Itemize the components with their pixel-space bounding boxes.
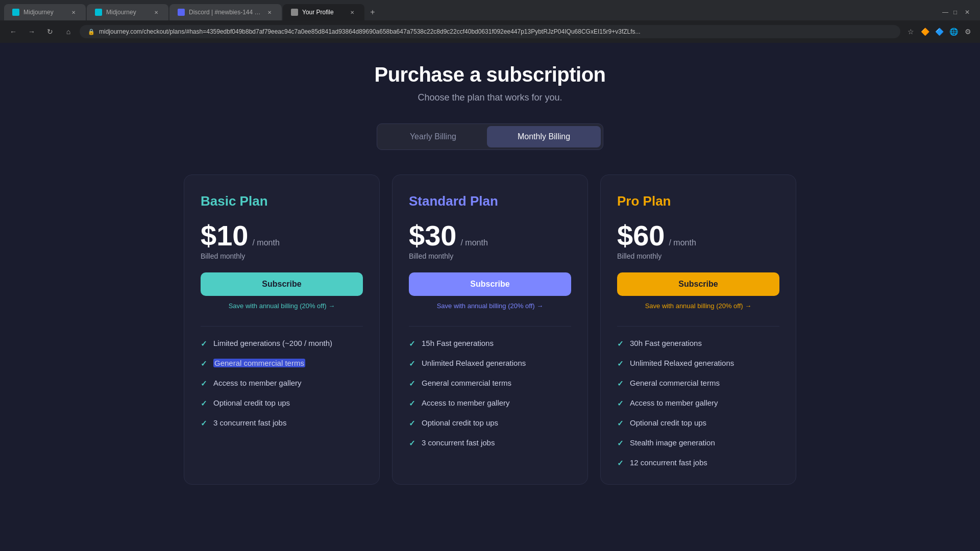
standard-feature-6: ✓ 3 concurrent fast jobs	[409, 438, 571, 448]
basic-feature-2: ✓ General commercial terms	[201, 359, 363, 368]
standard-feature-text-4: Access to member gallery	[422, 398, 510, 407]
basic-feature-5: ✓ 3 concurrent fast jobs	[201, 418, 363, 428]
check-icon-p3: ✓	[617, 379, 624, 388]
pro-feature-text-5: Optional credit top ups	[630, 418, 706, 427]
check-icon-3: ✓	[201, 379, 207, 388]
pro-feature-text-6: Stealth image generation	[630, 438, 715, 447]
back-button[interactable]: ←	[6, 24, 20, 39]
toggle-container: Yearly Billing Monthly Billing	[377, 123, 603, 150]
address-bar[interactable]: 🔒 midjourney.com/checkout/plans/#hash=43…	[80, 25, 900, 38]
pro-feature-6: ✓ Stealth image generation	[617, 438, 779, 448]
plans-grid: Basic Plan $10 / month Billed monthly Su…	[184, 174, 796, 485]
browser-tab-1[interactable]: Midjourney ✕	[4, 4, 86, 20]
window-controls: — □ ✕	[942, 9, 976, 16]
basic-features-divider	[201, 326, 363, 327]
check-icon-p1: ✓	[617, 339, 624, 348]
yearly-billing-option[interactable]: Yearly Billing	[379, 126, 487, 147]
check-icon-s2: ✓	[409, 359, 415, 368]
page-title: Purchase a subscription	[168, 63, 812, 86]
pro-plan-card: Pro Plan $60 / month Billed monthly Subs…	[600, 174, 796, 485]
forward-button[interactable]: →	[24, 24, 39, 39]
standard-plan-name: Standard Plan	[409, 193, 571, 209]
extension-1[interactable]: 🔶	[919, 26, 931, 38]
pro-billed-text: Billed monthly	[617, 252, 779, 260]
extension-3[interactable]: 🌐	[947, 26, 960, 38]
pro-plan-name: Pro Plan	[617, 193, 779, 209]
monthly-billing-option[interactable]: Monthly Billing	[487, 126, 601, 147]
tab-close-3[interactable]: ✕	[265, 8, 274, 16]
check-icon-p2: ✓	[617, 359, 624, 368]
close-window-button[interactable]: ✕	[965, 9, 972, 16]
tab-close-2[interactable]: ✕	[152, 8, 160, 16]
home-button[interactable]: ⌂	[61, 24, 76, 39]
new-tab-button[interactable]: +	[365, 5, 380, 19]
standard-plan-card: Standard Plan $30 / month Billed monthly…	[392, 174, 588, 485]
basic-plan-name: Basic Plan	[201, 193, 363, 209]
basic-feature-text-5: 3 concurrent fast jobs	[213, 418, 286, 427]
browser-extensions: ☆ 🔶 🔷 🌐 ⚙	[904, 26, 974, 38]
standard-features-divider	[409, 326, 571, 327]
pro-feature-text-7: 12 concurrent fast jobs	[630, 458, 707, 467]
basic-annual-savings-link[interactable]: Save with annual billing (20% off) →	[201, 302, 363, 310]
check-icon-p5: ✓	[617, 419, 624, 428]
basic-feature-text-3: Access to member gallery	[213, 379, 302, 387]
refresh-button[interactable]: ↻	[43, 24, 57, 39]
standard-feature-1: ✓ 15h Fast generations	[409, 339, 571, 348]
standard-feature-3: ✓ General commercial terms	[409, 379, 571, 388]
basic-plan-card: Basic Plan $10 / month Billed monthly Su…	[184, 174, 380, 485]
check-icon-s1: ✓	[409, 339, 415, 348]
browser-tab-3[interactable]: Discord | #newbies-144 | Midjo... ✕	[169, 4, 282, 20]
standard-subscribe-button[interactable]: Subscribe	[409, 272, 571, 296]
extension-4[interactable]: ⚙	[962, 26, 974, 38]
ssl-lock-icon: 🔒	[88, 29, 95, 35]
url-text: midjourney.com/checkout/plans/#hash=4359…	[99, 28, 641, 35]
standard-feature-2: ✓ Unlimited Relaxed generations	[409, 359, 571, 368]
page-subtitle: Choose the plan that works for you.	[168, 92, 812, 103]
basic-price-period: / month	[252, 238, 279, 247]
tab-close-1[interactable]: ✕	[69, 8, 78, 16]
browser-tab-4[interactable]: Your Profile ✕	[283, 4, 364, 20]
extension-2[interactable]: 🔷	[933, 26, 945, 38]
pro-subscribe-button[interactable]: Subscribe	[617, 272, 779, 296]
basic-feature-text-4: Optional credit top ups	[213, 398, 290, 407]
pro-features-list: ✓ 30h Fast generations ✓ Unlimited Relax…	[617, 339, 779, 468]
pro-feature-text-4: Access to member gallery	[630, 398, 718, 407]
check-icon-5: ✓	[201, 419, 207, 428]
standard-features-list: ✓ 15h Fast generations ✓ Unlimited Relax…	[409, 339, 571, 448]
minimize-button[interactable]: —	[942, 9, 949, 16]
check-icon-p6: ✓	[617, 439, 624, 448]
tab-bar: Midjourney ✕ Midjourney ✕ Discord | #new…	[0, 0, 980, 20]
browser-tab-2[interactable]: Midjourney ✕	[87, 4, 168, 20]
pro-price-amount: $60	[617, 221, 665, 250]
pro-annual-savings-link[interactable]: Save with annual billing (20% off) →	[617, 302, 779, 310]
basic-subscribe-button[interactable]: Subscribe	[201, 272, 363, 296]
tab-label-3: Discord | #newbies-144 | Midjo...	[189, 9, 261, 16]
pro-features-divider	[617, 326, 779, 327]
basic-feature-1: ✓ Limited generations (~200 / month)	[201, 339, 363, 348]
pro-price-period: / month	[669, 238, 696, 247]
bookmark-icon[interactable]: ☆	[904, 26, 917, 38]
standard-feature-4: ✓ Access to member gallery	[409, 398, 571, 408]
basic-feature-text-1: Limited generations (~200 / month)	[213, 339, 332, 347]
tab-close-4[interactable]: ✕	[348, 8, 356, 16]
basic-plan-price: $10 / month	[201, 221, 363, 250]
check-icon-s6: ✓	[409, 439, 415, 448]
tab-favicon-3	[178, 9, 185, 16]
basic-feature-4: ✓ Optional credit top ups	[201, 398, 363, 408]
check-icon-p4: ✓	[617, 399, 624, 408]
pro-feature-7: ✓ 12 concurrent fast jobs	[617, 458, 779, 468]
basic-feature-3: ✓ Access to member gallery	[201, 379, 363, 388]
check-icon-p7: ✓	[617, 459, 624, 468]
standard-price-amount: $30	[409, 221, 456, 250]
standard-annual-savings-link[interactable]: Save with annual billing (20% off) →	[409, 302, 571, 310]
standard-feature-text-6: 3 concurrent fast jobs	[422, 438, 495, 447]
basic-billed-text: Billed monthly	[201, 252, 363, 260]
pro-feature-text-3: General commercial terms	[630, 379, 720, 387]
pro-plan-price: $60 / month	[617, 221, 779, 250]
page-content: Purchase a subscription Choose the plan …	[158, 43, 822, 515]
check-icon-s5: ✓	[409, 419, 415, 428]
check-icon-2: ✓	[201, 359, 207, 368]
standard-feature-text-1: 15h Fast generations	[422, 339, 494, 347]
tab-favicon-4	[291, 9, 298, 16]
maximize-button[interactable]: □	[953, 9, 961, 16]
